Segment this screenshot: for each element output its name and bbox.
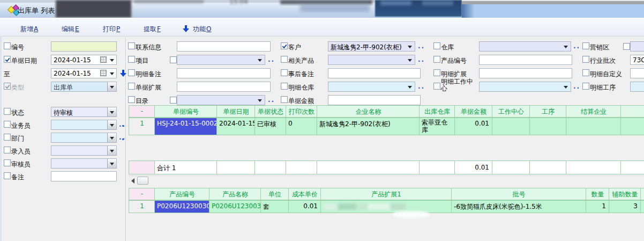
calendar-icon[interactable] — [100, 56, 107, 63]
scroll-thumb[interactable] — [137, 177, 148, 185]
filter-checkbox-industry-batch[interactable] — [582, 56, 589, 63]
filter-checkbox-detail-extend[interactable] — [433, 69, 440, 76]
grid-cell[interactable] — [620, 118, 644, 135]
dropdown-button[interactable] — [107, 82, 116, 91]
filter-checkbox-contact-info[interactable] — [128, 42, 135, 49]
dropdown-arrow-icon[interactable] — [408, 59, 412, 62]
row-number-cell[interactable]: 1 — [129, 118, 155, 135]
column-header-企业名称[interactable]: 企业名称 — [317, 105, 420, 118]
column-header-单据编号[interactable]: 单据编号 — [154, 105, 217, 118]
grid-cell[interactable] — [566, 118, 621, 135]
dropdown-button[interactable] — [107, 133, 116, 142]
grid-cell[interactable]: 2024-01-15 — [216, 118, 255, 135]
grid-cell[interactable] — [492, 118, 530, 135]
dropdown-arrow-icon[interactable] — [110, 59, 114, 62]
toolbar-new-button[interactable]: 新增A — [20, 25, 38, 34]
censored-cell[interactable] — [320, 200, 452, 213]
filter-checkbox-salesman[interactable] — [4, 121, 11, 128]
filter-dropdown-department[interactable] — [51, 133, 117, 143]
dropdown-arrow-icon[interactable] — [408, 46, 412, 48]
filter-date-input-doc-date[interactable]: 2024-01-15 — [51, 55, 117, 65]
grid-cell[interactable]: P0206U12300306 — [209, 200, 261, 213]
filter-input-detail-custom[interactable] — [630, 68, 644, 78]
total-row-cell[interactable] — [419, 160, 455, 174]
filter-input-detail-extend[interactable] — [479, 68, 572, 78]
column-header-单据状态[interactable]: 单据状态 — [254, 105, 286, 118]
h-scrollbar[interactable] — [129, 176, 644, 185]
filter-checkbox-detail-warehouse[interactable] — [281, 83, 288, 90]
browse-ellipsis-button-catalog[interactable]: .. — [268, 96, 275, 104]
filter-checkbox-doc-extend[interactable] — [128, 83, 135, 90]
filter-dropdown-detail-process[interactable] — [630, 82, 644, 92]
grid-cell[interactable]: 0 — [286, 118, 317, 135]
column-header-单据日期[interactable]: 单据日期 — [216, 105, 255, 118]
calendar-icon[interactable] — [100, 70, 107, 76]
filter-input-code[interactable] — [51, 41, 117, 52]
dropdown-arrow-icon[interactable] — [564, 86, 568, 89]
browse-ellipsis-button-related-product[interactable]: .. — [418, 56, 425, 63]
column-header-工作中心[interactable]: 工作中心 — [492, 105, 530, 118]
column-header-产品扩展1[interactable]: 产品扩展1 — [320, 188, 452, 200]
filter-subcheckbox-catalog[interactable] — [170, 97, 177, 104]
filter-checkbox-remark[interactable] — [4, 172, 11, 179]
dropdown-button[interactable] — [107, 159, 116, 168]
total-row-cell[interactable] — [529, 160, 566, 174]
column-header-打印次数[interactable]: 打印次数 — [286, 105, 317, 118]
filter-dropdown-project[interactable] — [177, 55, 265, 65]
filter-checkbox-department[interactable] — [4, 134, 11, 141]
column-header-blank[interactable] — [640, 188, 644, 200]
grid-cell[interactable]: 0.01 — [454, 118, 492, 135]
browse-ellipsis-button-detail-workcenter[interactable]: .. — [573, 83, 580, 90]
grid-cell[interactable]: P0206U12300306 — [154, 200, 209, 213]
total-row-cell[interactable] — [286, 160, 317, 174]
grid-cell[interactable] — [529, 118, 566, 135]
filter-checkbox-detail-remark[interactable] — [128, 69, 135, 76]
toolbar-functions-button[interactable]: 功能O — [183, 25, 211, 34]
filter-date-input-date-to[interactable]: 2024-01-15 — [51, 68, 117, 78]
total-row-cell[interactable]: 0.01 — [454, 160, 492, 174]
total-row-cell[interactable] — [492, 160, 530, 174]
column-header-工序[interactable]: 工序 — [529, 105, 566, 118]
filter-checkbox-marketing-area[interactable] — [582, 42, 589, 49]
filter-checkbox-customer[interactable] — [281, 42, 288, 49]
filter-dropdown-related-product[interactable] — [328, 55, 415, 65]
grid-cell[interactable]: 1 — [586, 200, 609, 213]
filter-checkbox-doc-type[interactable] — [4, 83, 11, 90]
filter-dropdown-catalog[interactable] — [177, 95, 265, 105]
filter-dropdown-salesman[interactable] — [51, 120, 117, 130]
row-number-cell[interactable]: 1 — [129, 200, 155, 213]
dropdown-button[interactable] — [107, 107, 116, 116]
filter-dropdown-marketing-area[interactable] — [630, 41, 644, 52]
column-header-单位[interactable]: 单位 — [260, 188, 289, 200]
filter-checkbox-auditor[interactable] — [4, 159, 11, 166]
grid-cell[interactable]: -6致简猫爪皮床(米驼色)-1.5米 — [451, 200, 586, 213]
dropdown-button[interactable] — [107, 120, 116, 129]
filter-checkbox-project[interactable] — [128, 56, 135, 63]
column-header-产品名称[interactable]: 产品名称 — [209, 188, 261, 200]
grid-cell[interactable]: 0.01 — [288, 200, 321, 213]
filter-checkbox-code[interactable] — [4, 42, 11, 49]
filter-checkbox-detail-process[interactable] — [582, 83, 589, 90]
filter-input-industry-batch[interactable]: 73C1 — [630, 55, 644, 65]
filter-checkbox-after-remark[interactable] — [281, 69, 288, 76]
total-row-cell[interactable] — [129, 160, 155, 174]
filter-checkbox-detail-workcenter[interactable] — [433, 83, 440, 90]
column-header-结算企业[interactable]: 结算企业 — [566, 105, 621, 118]
filter-input-doc-amount[interactable] — [328, 95, 421, 105]
filter-checkbox-doc-amount[interactable] — [281, 96, 288, 103]
browse-ellipsis-button-warehouse[interactable]: .. — [573, 42, 580, 50]
filter-dropdown-doc-type[interactable]: 出库单 — [51, 82, 117, 92]
dropdown-arrow-icon[interactable] — [258, 59, 262, 62]
filter-input-detail-remark[interactable] — [177, 68, 271, 78]
dropdown-arrow-icon[interactable] — [564, 46, 568, 48]
grid-cell[interactable]: 套 — [260, 200, 289, 213]
total-row-cell[interactable] — [620, 160, 644, 174]
total-row-cell[interactable] — [216, 160, 255, 174]
browse-ellipsis-button-project[interactable]: .. — [268, 56, 275, 63]
column-header-批号[interactable]: 批号 — [451, 188, 586, 200]
total-label-cell[interactable]: 合计 1 — [154, 160, 217, 174]
filter-checkbox-related-product[interactable] — [281, 56, 288, 63]
grid-cell[interactable]: 索菲亚仓库 — [419, 118, 455, 135]
filter-input-product-code[interactable] — [479, 55, 572, 65]
grid-cell[interactable]: 3 — [609, 200, 641, 213]
